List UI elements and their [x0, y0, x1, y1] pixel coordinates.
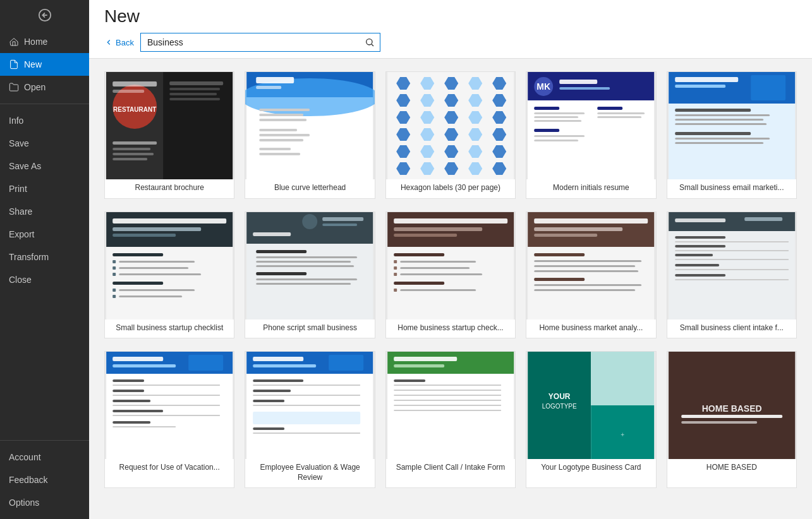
search-input[interactable] [141, 33, 360, 51]
svg-rect-194 [394, 379, 425, 382]
template-label-small-business-startup: Small business startup checklist [113, 319, 226, 338]
sidebar-item-save[interactable]: Save [0, 132, 89, 155]
template-card-home-based[interactable]: HOME BASED HOME BASED [667, 351, 797, 488]
template-card-small-business-startup[interactable]: Small business startup checklist [104, 212, 234, 339]
sidebar-item-home-label: Home [24, 37, 47, 47]
template-card-small-business-client[interactable]: Small business client intake f... [667, 212, 797, 339]
svg-rect-156 [675, 259, 789, 260]
sidebar-item-home[interactable]: Home [0, 30, 89, 53]
template-thumb-your-logotype: YOUR LOGOTYPE + [526, 352, 655, 459]
svg-rect-168 [112, 390, 144, 392]
template-card-your-logotype[interactable]: YOUR LOGOTYPE + Your Logotype Business C… [526, 351, 656, 488]
svg-rect-67 [559, 87, 610, 90]
template-label-vacation-form: Request for Use of Vacation... [117, 459, 222, 478]
svg-rect-122 [394, 218, 507, 224]
svg-rect-13 [112, 141, 157, 145]
svg-point-2 [367, 39, 372, 45]
svg-rect-75 [597, 107, 622, 110]
svg-rect-93 [112, 227, 201, 231]
sidebar-item-print[interactable]: Print [0, 177, 89, 200]
svg-rect-105 [112, 295, 116, 298]
svg-rect-166 [112, 379, 144, 382]
search-button[interactable] [360, 35, 380, 50]
header: New Back [89, 0, 812, 59]
template-card-client-call-log[interactable]: Sample Client Call / Intake Form [385, 351, 516, 488]
svg-rect-106 [119, 295, 182, 297]
svg-rect-96 [112, 260, 116, 263]
template-label-home-business-market: Home business market analy... [536, 319, 645, 338]
svg-rect-199 [394, 405, 501, 406]
template-card-home-business-startup[interactable]: Home business startup check... [385, 212, 516, 339]
svg-rect-85 [675, 119, 763, 121]
svg-rect-25 [260, 119, 307, 121]
template-card-phone-script[interactable]: Phone script small business [245, 212, 375, 339]
svg-line-3 [372, 44, 373, 46]
svg-rect-179 [253, 364, 317, 367]
sidebar-item-feedback[interactable]: Feedback [0, 468, 89, 491]
svg-rect-123 [394, 227, 482, 231]
svg-rect-89 [675, 142, 763, 144]
svg-rect-21 [257, 77, 294, 83]
sidebar-item-new[interactable]: New [0, 53, 89, 76]
template-thumb-home-based: HOME BASED [667, 352, 796, 459]
sidebar-item-transform[interactable]: Transform [0, 246, 89, 268]
main-content: New Back [89, 0, 812, 519]
svg-rect-104 [119, 289, 195, 291]
svg-rect-163 [112, 357, 163, 361]
template-card-small-business-email[interactable]: Small business email marketi... [667, 71, 797, 199]
svg-rect-186 [253, 405, 361, 406]
svg-rect-9 [169, 81, 223, 85]
svg-rect-203 [591, 352, 654, 405]
svg-rect-118 [257, 278, 358, 280]
sidebar-item-new-label: New [24, 59, 42, 69]
template-thumb-hexagon-labels [386, 72, 515, 179]
template-grid: RESTAURANT Restaurant brochure Blue curv… [104, 71, 797, 488]
template-card-modern-initials-resume[interactable]: MK Modern initials resume [526, 71, 656, 199]
svg-text:RESTAURANT: RESTAURANT [113, 106, 156, 113]
template-card-employee-eval[interactable]: Employee Evaluation & Wage Review [245, 351, 375, 488]
sidebar-item-export[interactable]: Export [0, 223, 89, 246]
template-card-restaurant-brochure[interactable]: RESTAURANT Restaurant brochure [104, 71, 234, 199]
template-label-blue-curve-letterhead: Blue curve letterhead [272, 179, 348, 198]
template-thumb-employee-eval [245, 352, 374, 459]
svg-rect-126 [394, 260, 397, 263]
template-thumb-small-business-email [667, 72, 796, 179]
svg-rect-142 [534, 265, 635, 267]
template-thumb-restaurant-brochure: RESTAURANT [105, 72, 234, 179]
svg-rect-188 [253, 427, 285, 430]
svg-rect-153 [675, 245, 725, 248]
sidebar-item-open[interactable]: Open [0, 76, 89, 98]
svg-rect-23 [260, 109, 310, 111]
svg-rect-193 [394, 364, 444, 367]
sidebar-item-save-as[interactable]: Save As [0, 155, 89, 177]
svg-rect-77 [597, 116, 641, 118]
svg-rect-151 [675, 236, 725, 239]
sidebar-item-account[interactable]: Account [0, 446, 89, 468]
svg-rect-22 [257, 86, 282, 89]
svg-rect-124 [394, 234, 457, 237]
svg-rect-134 [400, 289, 476, 291]
svg-point-109 [303, 214, 318, 229]
sidebar-item-share[interactable]: Share [0, 200, 89, 223]
sidebar-item-info[interactable]: Info [0, 109, 89, 132]
svg-rect-11 [169, 93, 217, 95]
sidebar-item-close[interactable]: Close [0, 268, 89, 291]
sidebar-back-button[interactable] [0, 0, 89, 30]
sidebar-item-options[interactable]: Options [0, 491, 89, 514]
svg-rect-113 [257, 250, 307, 253]
template-card-vacation-form[interactable]: Request for Use of Vacation... [104, 351, 234, 488]
svg-rect-154 [675, 250, 789, 251]
svg-rect-68 [534, 107, 559, 110]
svg-rect-165 [188, 355, 223, 371]
svg-rect-15 [112, 153, 154, 155]
template-card-hexagon-labels[interactable]: Hexagon labels (30 per page) [385, 71, 516, 199]
back-link[interactable]: Back [104, 38, 134, 47]
template-card-blue-curve-letterhead[interactable]: Blue curve letterhead [245, 71, 375, 199]
svg-rect-80 [675, 77, 738, 82]
svg-rect-182 [253, 385, 361, 386]
svg-text:LOGOTYPE: LOGOTYPE [542, 403, 577, 410]
sidebar-bottom: Account Feedback Options [0, 446, 89, 519]
template-thumb-client-call-log [386, 352, 515, 459]
template-label-small-business-email: Small business email marketi... [677, 179, 786, 198]
template-card-home-business-market[interactable]: Home business market analy... [526, 212, 656, 339]
